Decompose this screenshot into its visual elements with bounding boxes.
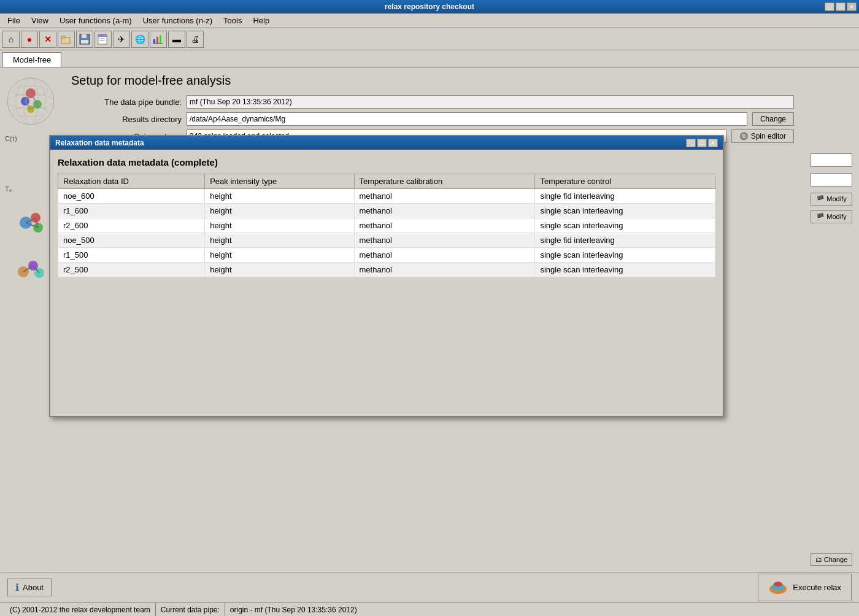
- table-cell-temp_cal: methanol: [354, 248, 535, 263]
- menu-help[interactable]: Help: [248, 15, 274, 26]
- pipe-value-segment: origin - mf (Thu Sep 20 13:35:36 2012): [225, 603, 854, 616]
- menu-user-functions-am[interactable]: User functions (a-m): [55, 15, 137, 26]
- minimize-btn[interactable]: _: [825, 2, 834, 11]
- globe-button[interactable]: 🌐: [131, 31, 148, 48]
- right-input-1[interactable]: [811, 153, 852, 167]
- menu-view[interactable]: View: [26, 15, 53, 26]
- menu-user-functions-nz[interactable]: User functions (n-z): [138, 15, 217, 26]
- table-row: r1_600heightmethanolsingle scan interlea…: [58, 204, 715, 218]
- bar-button[interactable]: ▬: [168, 31, 185, 48]
- table-cell-temp_cal: methanol: [354, 263, 535, 277]
- results-directory-input[interactable]: [187, 112, 747, 126]
- modify-btn-2[interactable]: 🏴 Modify: [811, 210, 852, 223]
- svg-point-13: [7, 78, 54, 125]
- about-icon: ℹ: [15, 582, 19, 593]
- relaxation-dialog: Relaxation data metadata _ □ × Relaxatio…: [49, 135, 724, 417]
- table-cell-temp_cal: methanol: [354, 218, 535, 233]
- svg-rect-9: [153, 39, 155, 44]
- table-cell-id: r2_600: [58, 218, 205, 233]
- col-header-id: Relaxation data ID: [58, 174, 205, 189]
- menu-file[interactable]: File: [2, 15, 25, 26]
- ct-label: C(τ): [5, 135, 17, 142]
- table-cell-peak_type: height: [205, 233, 354, 248]
- table-cell-temp_ctrl: single scan interleaving: [535, 218, 715, 233]
- table-cell-temp_ctrl: single fid interleaving: [535, 189, 715, 204]
- dialog-body: Relaxation data metadata (complete) Rela…: [50, 150, 723, 285]
- svg-rect-11: [160, 36, 161, 44]
- svg-rect-1: [61, 36, 65, 38]
- copyright-segment: (C) 2001-2012 the relax development team: [5, 603, 156, 616]
- save-button[interactable]: [76, 31, 93, 48]
- modify-btn-1[interactable]: 🏴 Modify: [811, 193, 852, 206]
- table-cell-id: r1_600: [58, 204, 205, 218]
- pipe-value: origin - mf (Thu Sep 20 13:35:36 2012): [230, 606, 357, 614]
- svg-point-40: [774, 582, 782, 587]
- toolbar: ⌂ ● ✕ ✈ 🌐 ▬ 🖨: [0, 28, 859, 50]
- table-cell-peak_type: height: [205, 248, 354, 263]
- dialog-title-bar: Relaxation data metadata _ □ ×: [50, 136, 723, 150]
- about-button[interactable]: ℹ About: [7, 579, 52, 596]
- table-cell-peak_type: height: [205, 189, 354, 204]
- dialog-maximize-btn[interactable]: □: [697, 139, 707, 147]
- execute-icon: [768, 578, 788, 597]
- table-cell-temp_ctrl: single fid interleaving: [535, 233, 715, 248]
- change-right-button[interactable]: 🗂 Change: [811, 553, 852, 566]
- molecule-globe: [4, 74, 58, 129]
- stop-button[interactable]: ●: [21, 31, 38, 48]
- change-results-button[interactable]: Change: [752, 112, 794, 126]
- table-row: r1_500heightmethanolsingle scan interlea…: [58, 248, 715, 263]
- svg-rect-4: [81, 40, 88, 44]
- data-pipe-bundle-row: The data pipe bundle:: [71, 95, 794, 109]
- open-button[interactable]: [58, 31, 75, 48]
- table-row: noe_600heightmethanolsingle fid interlea…: [58, 189, 715, 204]
- pipe-label-segment: Current data pipe:: [156, 603, 225, 616]
- table-cell-id: r1_500: [58, 248, 205, 263]
- col-header-peak: Peak intensity type: [205, 174, 354, 189]
- dialog-close-btn[interactable]: ×: [708, 139, 718, 147]
- copyright-text: (C) 2001-2012 the relax development team: [10, 606, 150, 614]
- table-cell-temp_cal: methanol: [354, 204, 535, 218]
- svg-rect-6: [98, 34, 107, 37]
- close-btn[interactable]: ×: [847, 2, 857, 11]
- maximize-btn[interactable]: □: [836, 2, 846, 11]
- table-row: r2_600heightmethanolsingle scan interlea…: [58, 218, 715, 233]
- dialog-title-controls: _ □ ×: [686, 139, 718, 147]
- table-cell-temp_ctrl: single scan interleaving: [535, 204, 715, 218]
- data-pipe-bundle-label: The data pipe bundle:: [71, 98, 182, 107]
- svg-point-18: [16, 78, 45, 125]
- results-directory-row: Results directory Change: [71, 112, 794, 126]
- tab-model-free[interactable]: Model-free: [2, 52, 61, 67]
- save-as-button[interactable]: [94, 31, 112, 48]
- table-row: r2_500heightmethanolsingle scan interlea…: [58, 263, 715, 277]
- execute-relax-button[interactable]: Execute relax: [758, 574, 852, 601]
- te-label: Tₑ: [5, 185, 12, 193]
- print-button[interactable]: 🖨: [187, 31, 204, 48]
- chart-button[interactable]: [150, 31, 167, 48]
- table-cell-peak_type: height: [205, 263, 354, 277]
- close-button[interactable]: ✕: [39, 31, 56, 48]
- right-input-2[interactable]: [811, 173, 852, 187]
- window-title: relax repository checkout: [385, 2, 474, 11]
- dialog-title: Relaxation data metadata: [55, 139, 144, 147]
- execute-label: Execute relax: [793, 583, 841, 592]
- svg-rect-3: [82, 34, 87, 38]
- table-cell-temp_ctrl: single scan interleaving: [535, 263, 715, 277]
- main-content: C(τ) Tₑ Setup for: [0, 67, 859, 572]
- run-button[interactable]: ✈: [113, 31, 130, 48]
- col-header-temp-cal: Temperature calibration: [354, 174, 535, 189]
- title-bar: relax repository checkout _ □ ×: [0, 0, 859, 13]
- molecule-small-1: [11, 206, 50, 240]
- results-directory-label: Results directory: [71, 115, 182, 124]
- pipe-label: Current data pipe:: [161, 606, 220, 614]
- tab-bar: Model-free: [0, 50, 859, 67]
- home-button[interactable]: ⌂: [2, 31, 20, 48]
- table-cell-peak_type: height: [205, 204, 354, 218]
- molecule-small-2: [11, 252, 50, 287]
- table-cell-temp_cal: methanol: [354, 233, 535, 248]
- menu-tools[interactable]: Tools: [218, 15, 247, 26]
- data-pipe-bundle-input[interactable]: [187, 95, 794, 109]
- title-controls: _ □ ×: [825, 2, 857, 11]
- dialog-minimize-btn[interactable]: _: [686, 139, 696, 147]
- table-cell-temp_cal: methanol: [354, 189, 535, 204]
- spin-editor-button[interactable]: 🔘 Spin editor: [731, 129, 794, 143]
